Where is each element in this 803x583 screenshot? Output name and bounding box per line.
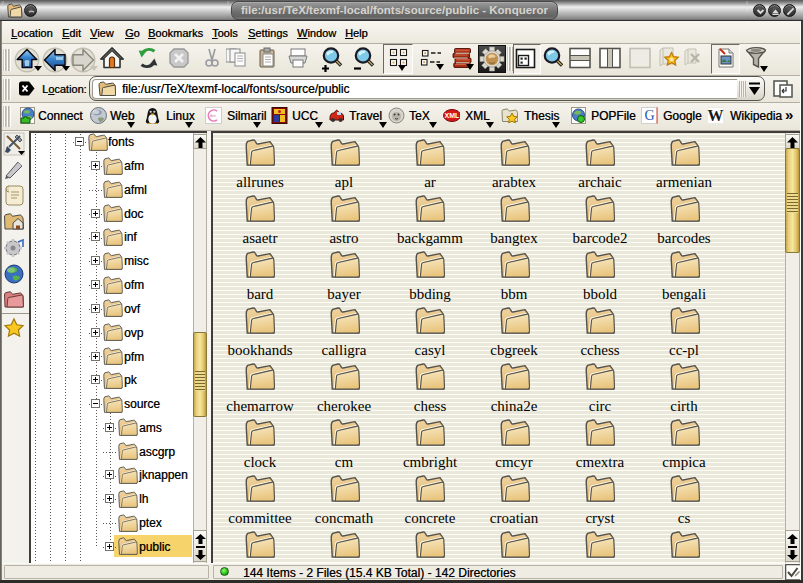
svg-text:XML: XML	[445, 112, 460, 119]
svg-text:W: W	[708, 107, 724, 124]
svg-text:G: G	[644, 108, 654, 123]
svg-text:Aim: Aim	[210, 114, 216, 118]
